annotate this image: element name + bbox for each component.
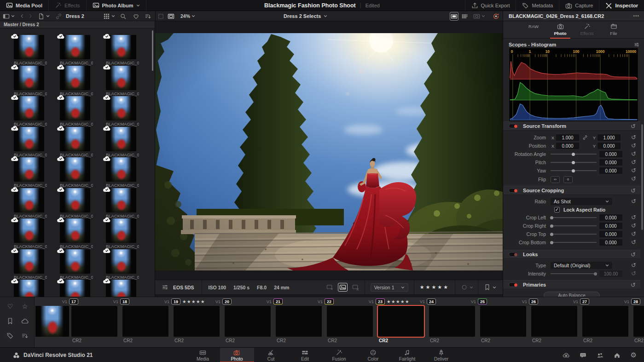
media-item[interactable]: BLACKMAGIC_042... — [14, 218, 60, 249]
lock-aspect-checkbox[interactable]: ✓ — [554, 207, 560, 213]
media-item[interactable]: BLACKMAGIC_042... — [106, 249, 152, 280]
clip-thumbnail[interactable] — [582, 306, 628, 337]
inspector-tab-effects[interactable]: Effects — [577, 23, 597, 38]
media-item[interactable]: BLACKMAGIC_042... — [14, 188, 60, 219]
viewer-photo[interactable] — [155, 33, 503, 270]
intensity-field[interactable]: 100.00 — [599, 270, 622, 277]
clip-thumbnail[interactable] — [122, 306, 168, 337]
favorites-filter-button[interactable] — [133, 11, 139, 21]
clip-number-badge[interactable]: 21 — [273, 299, 283, 305]
media-thumbnail[interactable] — [106, 66, 136, 90]
page-tab-edit[interactable]: Edit — [288, 348, 322, 362]
page-tab-deliver[interactable]: Deliver — [424, 348, 458, 362]
tag-filter-icon[interactable] — [6, 332, 14, 339]
clip-number-badge[interactable]: 27 — [580, 299, 589, 305]
media-item[interactable]: BLACKMAGIC_042... — [60, 218, 106, 249]
grid-view-button[interactable] — [103, 11, 115, 21]
enhance-button[interactable] — [493, 11, 499, 21]
rotation-field[interactable]: 0.000 — [599, 151, 622, 157]
media-thumbnail[interactable] — [106, 96, 136, 121]
filmstrip-clip-21[interactable]: V121CR2 — [276, 297, 327, 348]
clip-thumbnail-partial[interactable] — [35, 306, 69, 337]
home-icon[interactable] — [614, 352, 621, 359]
collaboration-icon[interactable] — [597, 352, 603, 359]
media-thumbnail[interactable] — [106, 188, 136, 213]
flip-vertical-button[interactable] — [563, 176, 573, 183]
rotation-slider[interactable] — [551, 154, 597, 155]
intensity-slider[interactable] — [551, 273, 597, 274]
transform-tool-button[interactable] — [157, 11, 164, 21]
chat-icon[interactable] — [580, 352, 586, 359]
primaries-toggle[interactable] — [509, 282, 518, 287]
media-thumbnail[interactable] — [106, 127, 136, 151]
grade-favorite-icon[interactable] — [326, 284, 333, 291]
media-thumbnail[interactable] — [14, 127, 44, 151]
media-thumbnail[interactable] — [14, 35, 44, 59]
clip-number-badge[interactable]: 24 — [427, 299, 436, 305]
media-thumbnail[interactable] — [60, 218, 90, 243]
media-thumbnail[interactable] — [60, 35, 90, 59]
media-thumbnail[interactable] — [60, 280, 90, 297]
media-item[interactable]: BLACKMAGIC_042... — [60, 157, 106, 188]
media-thumbnail[interactable] — [14, 157, 44, 182]
media-item[interactable]: BLACKMAGIC_042... — [60, 127, 106, 158]
page-tab-fairlight[interactable]: Fairlight — [390, 348, 424, 362]
crop-bottom-field[interactable]: 0.000 — [599, 239, 622, 246]
crop-left-slider[interactable] — [551, 217, 597, 218]
pitch-field[interactable]: 0.000 — [599, 159, 622, 166]
media-pool-button[interactable]: Media Pool — [0, 0, 49, 11]
reset-icon[interactable]: ↺ — [631, 159, 636, 165]
crop-right-field[interactable]: 0.000 — [599, 223, 622, 229]
media-thumbnail[interactable] — [60, 249, 90, 274]
cloud-filter-icon[interactable] — [21, 317, 29, 325]
clip-thumbnail[interactable] — [174, 306, 220, 337]
clip-number-badge[interactable]: 19 — [171, 299, 180, 305]
cloud-sync-icon[interactable] — [563, 352, 569, 359]
clip-thumbnail[interactable] — [633, 306, 644, 337]
media-item[interactable]: BLACKMAGIC_042... — [60, 249, 106, 280]
zoom-y-field[interactable]: 1.000 — [598, 134, 621, 141]
capture-button[interactable]: Capture — [559, 0, 599, 11]
filmstrip-clip-23[interactable]: V123★★★★★CR2 — [378, 297, 429, 348]
media-thumbnail[interactable] — [14, 249, 44, 274]
star-rating[interactable]: ★★★★★ — [420, 284, 449, 290]
media-item[interactable]: BLACKMAGIC_042... — [14, 157, 60, 188]
quick-export-button[interactable]: Quick Export — [465, 0, 516, 11]
auto-balance-button[interactable]: Auto Balance — [544, 292, 600, 297]
clip-thumbnail[interactable] — [276, 306, 322, 337]
reset-icon[interactable]: ↺ — [631, 134, 636, 140]
grade-reject-icon[interactable] — [352, 284, 359, 291]
version-dropdown[interactable]: Version 1 — [371, 283, 408, 292]
media-thumbnail[interactable] — [60, 96, 90, 121]
reset-icon[interactable]: ↺ — [631, 239, 636, 245]
page-tab-photo[interactable]: Photo — [220, 348, 254, 362]
crop-top-field[interactable]: 0.000 — [599, 231, 622, 237]
metadata-button[interactable]: Metadata — [516, 0, 559, 11]
link-xy-icon[interactable] — [579, 135, 591, 140]
filmstrip-clip-17[interactable]: V117CR2 — [71, 297, 122, 348]
reset-icon[interactable]: ↺ — [631, 198, 636, 204]
yaw-field[interactable]: 0.000 — [599, 167, 622, 174]
filmstrip-clip-24[interactable]: V124CR2 — [429, 297, 480, 348]
filmstrip-clip-22[interactable]: V122CR2 — [327, 297, 378, 348]
grade-pick-icon[interactable] — [338, 283, 348, 292]
media-item[interactable]: BLACKMAGIC_042... — [106, 35, 152, 66]
media-item[interactable]: BLACKMAGIC_042... — [106, 127, 152, 158]
media-item[interactable]: BLACKMAGIC_042... — [60, 96, 106, 127]
media-item[interactable]: BLACKMAGIC_042... — [106, 218, 152, 249]
page-tab-cut[interactable]: Cut — [254, 348, 288, 362]
media-thumbnail[interactable] — [106, 249, 136, 274]
bookmark-icon[interactable] — [484, 284, 491, 291]
filmstrip-clip-20[interactable]: V120CR2 — [225, 297, 276, 348]
media-thumbnail[interactable] — [14, 218, 44, 243]
filmstrip-clip-25[interactable]: V125CR2 — [480, 297, 531, 348]
page-tab-color[interactable]: Color — [356, 348, 390, 362]
media-item[interactable]: BLACKMAGIC_042... — [14, 35, 60, 66]
clip-number-badge[interactable]: 26 — [529, 299, 538, 305]
sort-filter-icon[interactable] — [21, 332, 29, 339]
media-thumbnail[interactable] — [60, 157, 90, 182]
reset-icon[interactable]: ↺ — [631, 231, 636, 237]
page-tab-fusion[interactable]: Fusion — [322, 348, 356, 362]
heart-filter-icon[interactable]: ♡ — [6, 303, 14, 310]
flip-horizontal-button[interactable] — [551, 176, 560, 183]
